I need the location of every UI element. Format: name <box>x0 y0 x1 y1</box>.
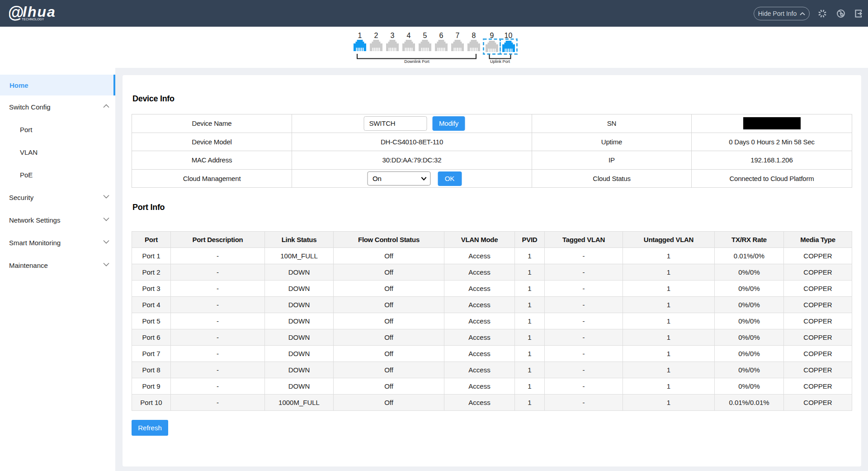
svg-text:TECHNOLOGY: TECHNOLOGY <box>22 18 44 21</box>
